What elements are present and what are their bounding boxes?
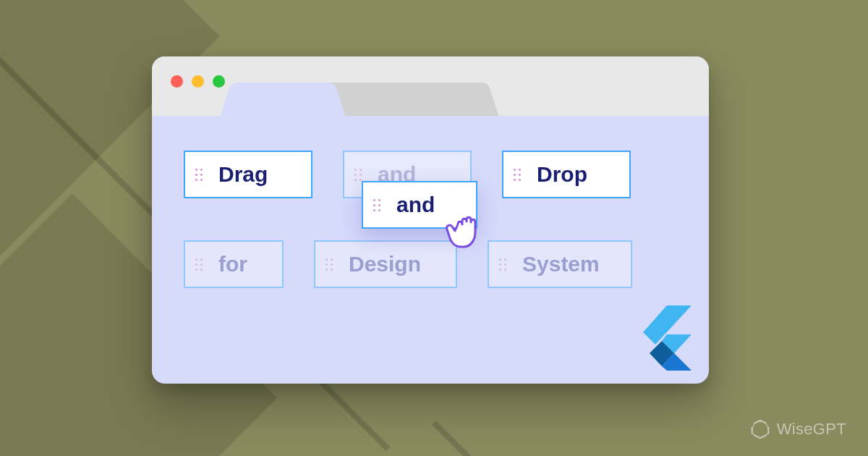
drag-handle-icon[interactable] bbox=[373, 199, 383, 211]
chip-system[interactable]: System bbox=[488, 240, 632, 288]
browser-tab[interactable] bbox=[236, 83, 330, 116]
traffic-lights bbox=[171, 75, 225, 88]
drag-handle-icon[interactable] bbox=[195, 258, 205, 271]
chip-label: for bbox=[218, 252, 247, 276]
browser-window: Drag and Drop for Design Syst bbox=[152, 56, 709, 384]
chip-design[interactable]: Design bbox=[314, 240, 457, 288]
canvas-area: Drag and Drop for Design Syst bbox=[152, 116, 709, 384]
window-titlebar bbox=[152, 56, 709, 116]
drag-handle-icon[interactable] bbox=[354, 169, 365, 181]
drag-handle-icon[interactable] bbox=[195, 169, 205, 181]
close-icon[interactable] bbox=[171, 75, 183, 88]
drag-handle-icon[interactable] bbox=[499, 258, 509, 271]
watermark: WiseGPT bbox=[749, 418, 846, 440]
drag-handle-icon[interactable] bbox=[326, 258, 336, 271]
chip-label: and bbox=[396, 193, 435, 217]
chip-label: Design bbox=[349, 252, 421, 276]
chip-for[interactable]: for bbox=[184, 240, 284, 288]
chip-label: Drag bbox=[218, 162, 268, 187]
chip-row: for Design System bbox=[184, 240, 677, 288]
wisegpt-logo-icon bbox=[749, 418, 771, 440]
watermark-text: WiseGPT bbox=[777, 420, 846, 439]
chip-label: System bbox=[522, 252, 600, 276]
drag-handle-icon[interactable] bbox=[514, 169, 524, 181]
maximize-icon[interactable] bbox=[213, 75, 225, 88]
grabbing-cursor-icon bbox=[446, 206, 489, 255]
minimize-icon[interactable] bbox=[192, 75, 204, 88]
flutter-logo-icon bbox=[638, 305, 692, 371]
chip-label: Drop bbox=[537, 162, 587, 187]
chip-drag[interactable]: Drag bbox=[184, 151, 312, 198]
tab-strip bbox=[253, 83, 483, 116]
chip-drop[interactable]: Drop bbox=[502, 151, 631, 198]
